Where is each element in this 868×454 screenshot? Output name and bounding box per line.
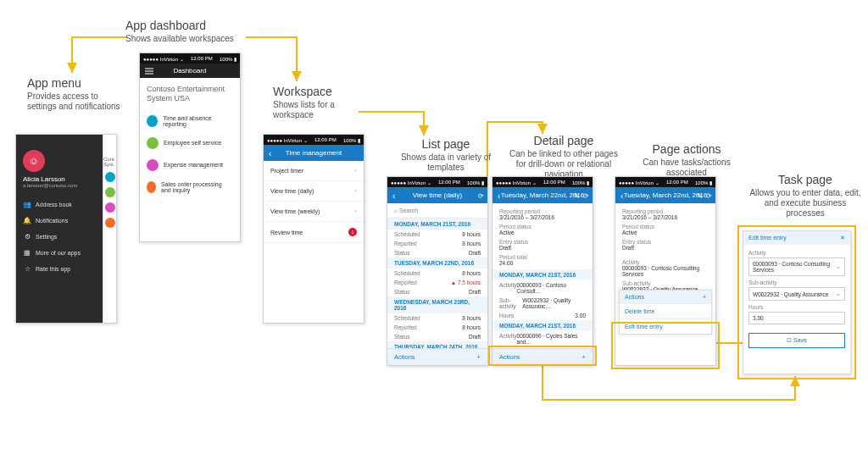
menu-item-address-book[interactable]: 👥Address book xyxy=(23,197,96,213)
peek-dot xyxy=(105,202,115,213)
row-value: ▲ 7.5 hours xyxy=(451,280,481,285)
field-label: Activity xyxy=(748,250,845,256)
search-input[interactable]: ⌕ Search xyxy=(387,203,487,219)
workspace-item[interactable]: View time (weekly)› xyxy=(264,202,364,222)
workspace-item[interactable]: View time (daily)› xyxy=(264,181,364,202)
workspace-item[interactable]: Review time1 xyxy=(264,222,364,243)
avatar: ☺ xyxy=(23,150,45,172)
tile-label: Employee self service xyxy=(164,140,221,146)
plus-icon[interactable]: + xyxy=(477,353,481,361)
tile-expense[interactable]: Expense management xyxy=(147,154,233,176)
menu-item-more-apps[interactable]: ▦More of our apps xyxy=(23,245,96,261)
detail-key: Activity xyxy=(622,259,709,265)
grid-icon: ▦ xyxy=(23,249,31,257)
row-key: Activity xyxy=(499,333,517,345)
plus-icon[interactable]: + xyxy=(582,353,586,361)
detail-section-head[interactable]: MONDAY, MARCH 21ST, 2016 xyxy=(492,320,593,331)
user-name: Alicia Larsson xyxy=(23,175,96,183)
row-value: 8 hours xyxy=(462,270,481,276)
back-icon[interactable]: ‹ xyxy=(620,191,623,200)
workspace-item[interactable]: Project timer› xyxy=(264,161,364,181)
menu-item-label: More of our apps xyxy=(36,250,81,256)
save-button[interactable]: ⊡ Save xyxy=(748,333,845,348)
detail-key: Period total xyxy=(499,254,586,260)
hamburger-icon[interactable] xyxy=(145,66,153,75)
list-row: StatusDraft xyxy=(387,287,487,296)
detail-value: Draft xyxy=(622,245,709,251)
menu-item-label: Rate this app xyxy=(36,266,70,272)
callout-sub: Can be linked to other pages for drill-d… xyxy=(504,149,623,180)
header-title: Tuesday, March 22nd, 2016 xyxy=(624,191,708,199)
tile-icon xyxy=(147,137,159,149)
subactivity-select[interactable]: W0022932 · Quality Assurance⌄ xyxy=(748,287,845,301)
close-icon[interactable]: ✕ xyxy=(840,235,845,241)
callout-title: Page actions xyxy=(627,142,746,156)
status-bar: ●●●●● InVizion ⌄12:00 PM100% ▮ xyxy=(140,53,240,64)
screen-dashboard: ●●●●● InVizion ⌄12:00 PM100% ▮ Dashboard… xyxy=(139,53,241,242)
field-value: 3.00 xyxy=(753,315,764,321)
detail-header: ‹ Tuesday, March 22nd, 2016 ✎⟳ xyxy=(492,187,593,203)
actions-bar[interactable]: Actions + xyxy=(387,348,487,365)
back-icon[interactable]: ‹ xyxy=(269,148,271,158)
row-value: W0022932 · Quality Assuranc… xyxy=(522,297,586,309)
detail-key: Sub-activity xyxy=(622,280,709,286)
back-icon[interactable]: ‹ xyxy=(498,191,500,200)
row-value: Draft xyxy=(469,334,481,340)
menu-item-label: Settings xyxy=(36,234,57,240)
action-edit-time-entry[interactable]: Edit time entry xyxy=(620,318,711,334)
list-row: Scheduled8 hours xyxy=(387,269,487,278)
detail-key: Reporting period xyxy=(499,208,586,214)
callout-detail: Detail page Can be linked to other pages… xyxy=(504,134,623,180)
tile-sales[interactable]: Sales order processing and inquiry xyxy=(147,176,233,198)
row-value: Draft xyxy=(469,250,481,256)
callout-dashboard: App dashboard Shows available workspaces xyxy=(125,19,253,44)
sync-icon[interactable]: ⟳ xyxy=(478,191,484,199)
actions-label: Actions xyxy=(394,353,415,361)
callout-sub: Shows available workspaces xyxy=(125,34,253,44)
row-value: 8 hours xyxy=(462,241,481,246)
detail-section-head[interactable]: MONDAY, MARCH 21ST, 2016 xyxy=(492,269,593,280)
callout-list: List page Shows data in variety of templ… xyxy=(391,137,501,173)
callout-app-menu: App menu Provides access to settings and… xyxy=(27,76,120,112)
sync-icon[interactable]: ⟳ xyxy=(706,191,712,199)
ws-item-label: Project timer xyxy=(270,168,303,174)
callout-title: Workspace xyxy=(273,85,375,98)
detail-value: 3/21/2016 – 3/27/2016 xyxy=(622,214,709,220)
row-key: Status xyxy=(394,250,409,256)
plus-icon[interactable]: + xyxy=(703,294,706,300)
back-icon[interactable]: ‹ xyxy=(392,191,395,200)
peek-title: Cont Syst xyxy=(103,157,116,167)
detail-key: Reporting period xyxy=(622,208,709,214)
callout-title: List page xyxy=(391,137,501,151)
action-delete-time[interactable]: Delete time xyxy=(620,303,711,318)
status-bar: ●●●●● InVizion ⌄12:00 PM100% ▮ xyxy=(387,177,487,187)
list-row: Reported▲ 7.5 hours xyxy=(387,278,487,287)
tile-ess[interactable]: Employee self service xyxy=(147,132,233,154)
field-label: Hours xyxy=(748,304,845,310)
detail-row: Sub-activityW0022932 · Quality Assuranc… xyxy=(499,296,586,311)
menu-item-settings[interactable]: ⚙Settings xyxy=(23,229,96,245)
hours-input[interactable]: 3.00 xyxy=(748,312,845,324)
list-section-head[interactable]: MONDAY, MARCH 21ST, 2016 xyxy=(387,219,487,230)
activity-select[interactable]: 00000093 · Contoso Consulting Services⌄ xyxy=(748,257,845,276)
detail-value: Active xyxy=(622,230,709,235)
row-value: 00000093 · Contoso Consult… xyxy=(517,282,586,294)
status-bar: ●●●●● InVizion ⌄12:00 PM100% ▮ xyxy=(492,177,593,187)
actions-bar[interactable]: Actions + xyxy=(492,348,593,365)
list-row: StatusDraft xyxy=(387,248,487,257)
list-section-head[interactable]: WEDNESDAY, MARCH 23RD, 2016 xyxy=(387,296,487,313)
list-section-head[interactable]: TUESDAY, MARCH 22ND, 2016 xyxy=(387,257,487,269)
menu-item-notifications[interactable]: 🔔Notifications xyxy=(23,213,96,229)
menu-item-rate[interactable]: ☆Rate this app xyxy=(23,261,96,277)
sync-icon[interactable]: ⟳ xyxy=(583,191,589,199)
status-bar: ●●●●● InVizion ⌄12:00 PM100% ▮ xyxy=(264,135,364,145)
detail-value: 00000093 · Contoso Consulting Services xyxy=(622,265,709,277)
detail-value: Active xyxy=(499,230,586,235)
detail-key: Period status xyxy=(622,224,709,230)
tile-time[interactable]: Time and absence reporting xyxy=(147,110,233,132)
pageactions-header: ‹ Tuesday, March 22nd, 2016 ✎⟳ xyxy=(615,187,715,203)
menu-item-label: Address book xyxy=(36,202,72,208)
edit-icon[interactable]: ✎ xyxy=(697,191,703,199)
detail-key: Entry status xyxy=(499,239,586,245)
edit-icon[interactable]: ✎ xyxy=(574,191,580,199)
